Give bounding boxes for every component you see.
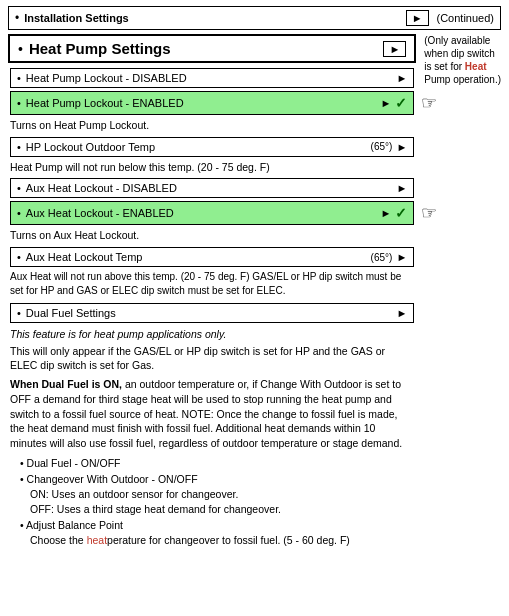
top-bar-continued: (Continued) — [437, 12, 494, 24]
aux-heat-enabled-row[interactable]: • Aux Heat Lockout - ENABLED ► ✓ ☞ — [10, 201, 414, 225]
aux-heat-disabled-row[interactable]: • Aux Heat Lockout - DISABLED ► — [10, 178, 414, 198]
aux-temp-bullet: • — [17, 251, 21, 263]
top-bar-arrow-button[interactable]: ► — [406, 10, 429, 26]
list-item-changeover-outdoor: Changeover With Outdoor - ON/OFF ON: Use… — [20, 472, 414, 516]
list-item-balance-point: Adjust Balance Point Choose the heatpera… — [20, 518, 414, 547]
side-note-line3: is set for — [424, 61, 462, 72]
hp-enabled-hand-icon: ☞ — [421, 92, 437, 114]
dual-fuel-bold-para: When Dual Fuel is ON, an outdoor tempera… — [10, 377, 414, 450]
hp-lockout-enabled-row[interactable]: • Heat Pump Lockout - ENABLED ► ✓ ☞ — [10, 91, 414, 115]
hp-enabled-bullet: • — [17, 97, 21, 109]
section-title: Heat Pump Settings — [29, 40, 383, 57]
side-note-line1: (Only available — [424, 35, 490, 46]
list-item-dual-fuel-onoff: Dual Fuel - ON/OFF — [20, 456, 414, 471]
heat-pump-section-wrapper: • Heat Pump Settings ► • Heat Pump Locko… — [8, 34, 501, 551]
aux-enabled-bullet: • — [17, 207, 21, 219]
heat-pump-main: • Heat Pump Settings ► • Heat Pump Locko… — [8, 34, 416, 551]
changeover-sub2: OFF: Uses a third stage heat demand for … — [30, 502, 414, 517]
aux-temp-value: (65°) — [371, 252, 393, 263]
aux-enabled-hand-icon: ☞ — [421, 202, 437, 224]
section-arrow-button[interactable]: ► — [383, 41, 406, 57]
hp-enabled-checkmark: ✓ — [395, 95, 407, 111]
hp-temp-value: (65°) — [371, 141, 393, 152]
side-note: (Only available when dip switch is set f… — [424, 34, 501, 86]
dual-fuel-label: Dual Fuel Settings — [26, 307, 397, 319]
aux-enabled-label: Aux Heat Lockout - ENABLED — [26, 207, 377, 219]
aux-disabled-arrow: ► — [396, 182, 407, 194]
hp-enabled-label: Heat Pump Lockout - ENABLED — [26, 97, 377, 109]
dual-fuel-bullet: • — [17, 307, 21, 319]
hp-disabled-arrow: ► — [396, 72, 407, 84]
hp-lockout-disabled-row[interactable]: • Heat Pump Lockout - DISABLED ► — [10, 68, 414, 88]
section-bullet: • — [18, 41, 23, 57]
dual-fuel-normal-note: This will only appear if the GAS/EL or H… — [10, 344, 414, 373]
hp-temp-description: Heat Pump will not run below this temp. … — [10, 160, 414, 175]
aux-disabled-label: Aux Heat Lockout - DISABLED — [26, 182, 393, 194]
changeover-outdoor-label: Changeover With Outdoor - ON/OFF — [27, 473, 198, 485]
aux-enabled-checkmark: ✓ — [395, 205, 407, 221]
dual-fuel-onoff-label: Dual Fuel - ON/OFF — [27, 457, 121, 469]
aux-heat-description: Turns on Aux Heat Lockout. — [10, 228, 414, 243]
dual-fuel-italic-note: This feature is for heat pump applicatio… — [10, 327, 414, 342]
hp-temp-arrow: ► — [396, 141, 407, 153]
hp-disabled-bullet: • — [17, 72, 21, 84]
dual-fuel-arrow: ► — [396, 307, 407, 319]
dual-fuel-header[interactable]: • Dual Fuel Settings ► — [10, 303, 414, 323]
aux-temp-description: Aux Heat will not run above this temp. (… — [10, 270, 414, 298]
dual-fuel-bold-intro: When Dual Fuel is ON, — [10, 378, 122, 390]
hp-enabled-arrow: ► — [380, 97, 391, 109]
side-note-heat: Heat — [465, 61, 487, 72]
hp-temp-label: HP Lockout Outdoor Temp — [26, 141, 367, 153]
aux-heat-temp-row[interactable]: • Aux Heat Lockout Temp (65°) ► — [10, 247, 414, 267]
side-note-line4: Pump operation.) — [424, 74, 501, 85]
aux-enabled-arrow: ► — [380, 207, 391, 219]
balance-point-sub1: Choose the heatperature for changeover t… — [30, 533, 414, 548]
hp-disabled-label: Heat Pump Lockout - DISABLED — [26, 72, 393, 84]
changeover-sub1: ON: Uses an outdoor sensor for changeove… — [30, 487, 414, 502]
hp-lockout-temp-row[interactable]: • HP Lockout Outdoor Temp (65°) ► — [10, 137, 414, 157]
installation-settings-bar[interactable]: • Installation Settings ► (Continued) — [8, 6, 501, 30]
heat-pump-settings-header[interactable]: • Heat Pump Settings ► — [8, 34, 416, 63]
aux-temp-label: Aux Heat Lockout Temp — [26, 251, 367, 263]
heat-word: heat — [87, 534, 107, 546]
aux-disabled-bullet: • — [17, 182, 21, 194]
hp-temp-bullet: • — [17, 141, 21, 153]
aux-temp-arrow: ► — [396, 251, 407, 263]
dual-fuel-list: Dual Fuel - ON/OFF Changeover With Outdo… — [20, 456, 414, 548]
balance-point-label: Adjust Balance Point — [26, 519, 123, 531]
hp-lockout-description: Turns on Heat Pump Lockout. — [10, 118, 414, 133]
top-bar-bullet: • — [15, 11, 19, 25]
content-area: • Heat Pump Lockout - DISABLED ► • Heat … — [8, 68, 416, 548]
side-note-line2: when dip switch — [424, 48, 495, 59]
top-bar-title: Installation Settings — [24, 12, 400, 24]
